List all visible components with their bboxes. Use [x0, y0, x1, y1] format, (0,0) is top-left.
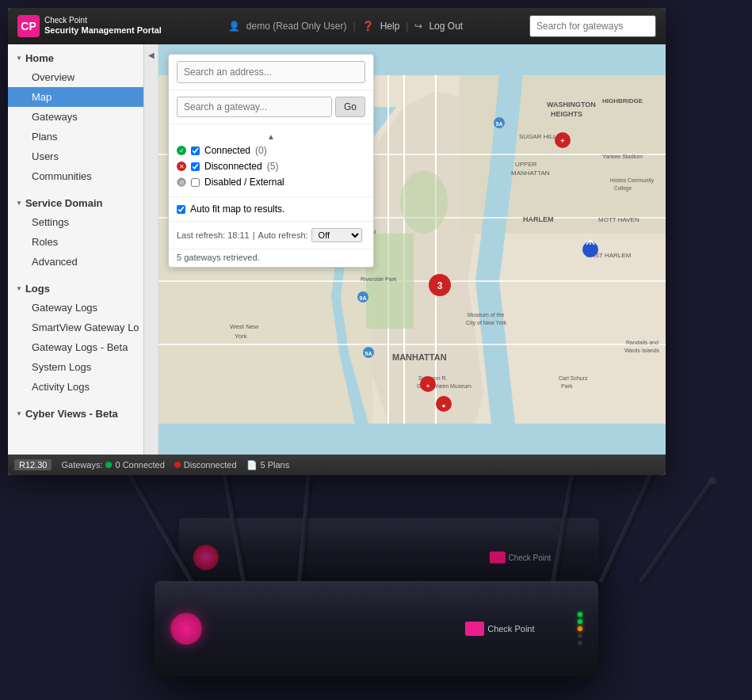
- service-domain-arrow-icon: ▼: [16, 200, 22, 207]
- cyber-views-label: Cyber Views - Beta: [25, 408, 118, 420]
- disconnected-dot: [174, 462, 181, 468]
- sidebar-item-map[interactable]: Map: [8, 87, 158, 107]
- svg-text:HARLEM: HARLEM: [523, 215, 554, 223]
- connected-checkbox[interactable]: [191, 146, 200, 155]
- svg-text:MANHATTAN: MANHATTAN: [392, 352, 447, 362]
- filter-row-connected: ✓ Connected (0): [177, 143, 365, 158]
- top-bar-center: 👤 demo (Read Only User) | ❓ Help | ↪ Log…: [171, 21, 520, 32]
- logout-icon: ↪: [414, 21, 422, 32]
- help-icon: ❓: [362, 21, 374, 32]
- nav-group-service-domain[interactable]: ▼ Service Domain: [8, 192, 158, 212]
- disabled-checkbox[interactable]: [191, 178, 200, 187]
- sidebar-item-plans[interactable]: Plans: [8, 127, 158, 146]
- svg-text:HEIGHTS: HEIGHTS: [551, 110, 582, 118]
- nav-group-logs[interactable]: ▼ Logs: [8, 278, 158, 298]
- nav-section-home: ▼ Home Overview Map Gateways Plans Users…: [8, 44, 158, 189]
- logs-label: Logs: [25, 283, 50, 295]
- gateways-label: Gateways:: [61, 460, 102, 470]
- home-arrow-icon: ▼: [16, 55, 22, 62]
- sidebar-item-users[interactable]: Users: [8, 146, 158, 166]
- logs-arrow-icon: ▼: [16, 285, 22, 292]
- disconnected-label: Disconnected: [204, 161, 262, 172]
- disabled-status-dot: ⊘: [177, 177, 186, 187]
- plans-icon: 📄: [246, 460, 258, 470]
- map-background[interactable]: WASHINGTON HEIGHTS HIGHBRIDGE SUGAR HILL…: [158, 44, 666, 455]
- led-2: [578, 619, 582, 624]
- user-icon: 👤: [228, 21, 240, 32]
- svg-text:Riverside Park: Riverside Park: [361, 276, 397, 282]
- router-logo-icon: [465, 622, 484, 636]
- router-brand-text: Check Point: [487, 624, 534, 633]
- svg-text:MANHATTAN: MANHATTAN: [511, 169, 550, 177]
- collapse-button[interactable]: ▲: [177, 131, 365, 143]
- home-label: Home: [25, 52, 54, 64]
- collapse-arrow-icon: ▲: [267, 132, 275, 141]
- sidebar-item-smartview-gateway-logs[interactable]: SmartView Gateway Lo: [8, 318, 158, 337]
- svg-text:MOTT HAVEN: MOTT HAVEN: [598, 216, 639, 223]
- autofit-checkbox[interactable]: [177, 205, 185, 214]
- nav-group-cyber-views[interactable]: ▼ Cyber Views - Beta: [8, 403, 158, 423]
- svg-text:+: +: [560, 137, 564, 145]
- nav-section-service-domain: ▼ Service Domain Settings Roles Advanced: [8, 189, 158, 275]
- gateway-search-input[interactable]: [529, 15, 656, 37]
- gateway-name-input[interactable]: [177, 97, 332, 117]
- sidebar-item-roles[interactable]: Roles: [8, 232, 158, 252]
- service-domain-label: Service Domain: [25, 197, 103, 209]
- filter-row-disabled: ⊘ Disabled / External: [177, 174, 365, 190]
- sidebar-item-overview[interactable]: Overview: [8, 67, 158, 87]
- svg-text:Wards Islands: Wards Islands: [624, 348, 660, 353]
- auto-refresh-label: Auto refresh:: [258, 230, 308, 240]
- svg-text:Hostos Community: Hostos Community: [610, 177, 655, 184]
- router-front: Check Point: [155, 581, 598, 676]
- sidebar: ◀ ▼ Home Overview Map Gateways Plans Use…: [8, 44, 158, 455]
- sidebar-item-gateway-logs[interactable]: Gateway Logs: [8, 298, 158, 318]
- svg-text:9A: 9A: [365, 351, 372, 356]
- svg-text:West New: West New: [230, 323, 259, 330]
- svg-text:Yankee Stadium: Yankee Stadium: [602, 154, 643, 159]
- svg-text:3: 3: [437, 280, 443, 291]
- connected-status-dot: ✓: [177, 146, 186, 155]
- address-section: [169, 55, 373, 90]
- disconnected-status: Disconnected: [174, 460, 237, 470]
- status-bar: R12.30 Gateways: 0 Connected Disconnecte…: [8, 455, 666, 475]
- gateway-search-row: Go: [177, 97, 365, 117]
- sidebar-item-gateway-logs-beta[interactable]: Gateway Logs - Beta: [8, 337, 158, 357]
- sep1: |: [353, 21, 356, 32]
- connected-count: (0): [255, 145, 267, 156]
- svg-text:HIGHBRIDGE: HIGHBRIDGE: [602, 97, 643, 105]
- sidebar-item-settings[interactable]: Settings: [8, 212, 158, 232]
- map-search-panel: Go ▲ ✓ Connected (0): [168, 54, 374, 268]
- svg-text:●: ●: [442, 402, 446, 409]
- logout-link[interactable]: Log Out: [429, 21, 463, 32]
- auto-refresh-select[interactable]: Off 1 min 5 min 10 min: [311, 228, 362, 242]
- address-search-input[interactable]: [177, 61, 365, 83]
- nav-group-home[interactable]: ▼ Home: [8, 48, 158, 67]
- back-router-logo-icon: [489, 552, 505, 564]
- go-button[interactable]: Go: [335, 97, 365, 117]
- svg-text:City of New York: City of New York: [466, 320, 507, 326]
- svg-text:College: College: [614, 185, 632, 192]
- led-1: [578, 612, 582, 617]
- led-5: [578, 641, 582, 645]
- connected-label: Connected: [204, 145, 250, 156]
- gateway-search-section: Go: [169, 90, 373, 124]
- sidebar-item-system-logs[interactable]: System Logs: [8, 357, 158, 377]
- refresh-section: Last refresh: 18:11 | Auto refresh: Off …: [169, 222, 373, 249]
- content-area: WASHINGTON HEIGHTS HIGHBRIDGE SUGAR HILL…: [158, 44, 666, 455]
- led-3: [578, 626, 582, 631]
- refresh-separator: |: [253, 230, 255, 240]
- sidebar-item-gateways[interactable]: Gateways: [8, 107, 158, 127]
- back-router-logo: Check Point: [489, 552, 551, 564]
- disconnected-checkbox[interactable]: [191, 162, 200, 171]
- help-link[interactable]: Help: [380, 21, 400, 32]
- filter-row-disconnected: ✕ Disconnected (5): [177, 158, 365, 174]
- sidebar-item-communities[interactable]: Communities: [8, 166, 158, 186]
- disconnected-count: (5): [267, 161, 279, 172]
- sidebar-toggle[interactable]: ◀: [143, 44, 158, 455]
- back-router-brand: Check Point: [508, 554, 551, 562]
- top-bar: CP Check Point Security Management Porta…: [8, 8, 666, 44]
- retrieved-text: 5 gateways retrieved.: [169, 249, 373, 267]
- sidebar-item-activity-logs[interactable]: Activity Logs: [8, 377, 158, 397]
- connected-count: 0 Connected: [115, 460, 164, 470]
- sidebar-item-advanced[interactable]: Advanced: [8, 252, 158, 272]
